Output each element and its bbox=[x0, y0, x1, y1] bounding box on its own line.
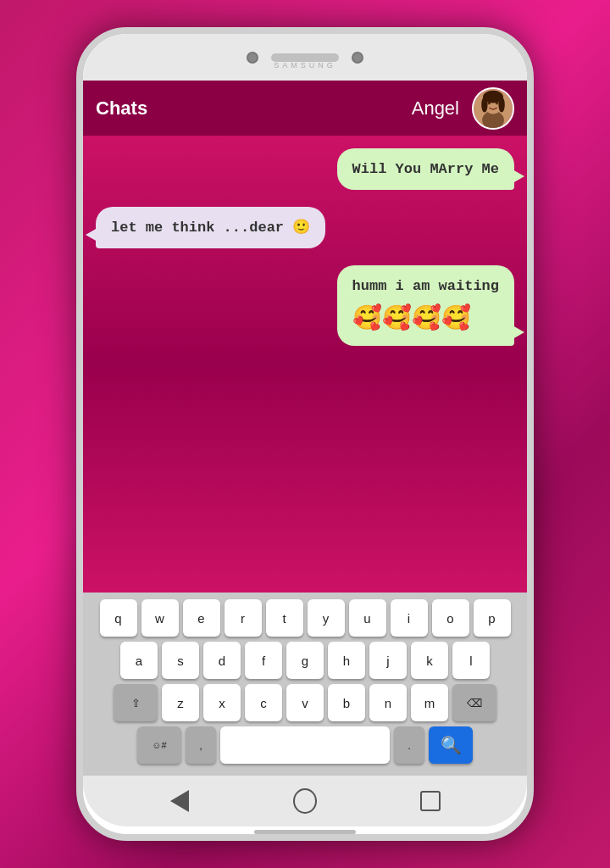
key-o[interactable]: o bbox=[432, 599, 469, 637]
key-space[interactable] bbox=[220, 726, 390, 764]
front-camera bbox=[247, 52, 258, 64]
key-m[interactable]: m bbox=[411, 684, 448, 721]
key-r[interactable]: r bbox=[225, 599, 262, 637]
key-u[interactable]: u bbox=[349, 599, 386, 637]
keyboard-row-2: a s d f g h j k l bbox=[87, 642, 523, 679]
key-z[interactable]: z bbox=[162, 684, 199, 721]
app-header: Chats Angel bbox=[83, 81, 527, 136]
message-text-2: let me think ...dear 🙂 bbox=[111, 220, 310, 236]
key-s[interactable]: s bbox=[162, 642, 199, 679]
avatar[interactable] bbox=[472, 87, 514, 130]
key-b[interactable]: b bbox=[328, 684, 365, 721]
key-v[interactable]: v bbox=[286, 684, 324, 721]
key-l[interactable]: l bbox=[452, 642, 490, 679]
key-y[interactable]: y bbox=[308, 599, 345, 637]
key-h[interactable]: h bbox=[328, 642, 365, 679]
samsung-label: SAMSUNG bbox=[274, 58, 336, 71]
key-period[interactable]: . bbox=[394, 726, 424, 764]
recent-apps-button[interactable] bbox=[419, 789, 442, 813]
message-bubble-sent-2: humm i am waiting 🥰🥰🥰🥰 bbox=[337, 265, 514, 345]
home-indicator bbox=[254, 830, 356, 834]
sensor bbox=[352, 52, 363, 64]
key-k[interactable]: k bbox=[411, 642, 448, 679]
key-n[interactable]: n bbox=[369, 684, 407, 721]
message-bubble-received-1: let me think ...dear 🙂 bbox=[96, 207, 325, 248]
key-f[interactable]: f bbox=[245, 642, 282, 679]
phone-top-bar: SAMSUNG bbox=[83, 34, 527, 81]
key-shift[interactable]: ⇧ bbox=[114, 684, 158, 721]
key-a[interactable]: a bbox=[120, 642, 158, 679]
back-button[interactable] bbox=[168, 789, 191, 813]
avatar-image bbox=[474, 87, 513, 130]
key-i[interactable]: i bbox=[391, 599, 428, 637]
key-search[interactable]: 🔍 bbox=[429, 726, 473, 764]
contact-name: Angel bbox=[412, 97, 459, 120]
home-button[interactable] bbox=[293, 789, 317, 813]
svg-point-8 bbox=[498, 97, 504, 112]
key-j[interactable]: j bbox=[369, 642, 407, 679]
chat-area: Will You MArry Me let me think ...dear 🙂… bbox=[83, 136, 527, 593]
key-q[interactable]: q bbox=[100, 599, 137, 637]
message-text-1: Will You MArry Me bbox=[352, 161, 499, 177]
message-text-3: humm i am waiting bbox=[352, 278, 499, 294]
chats-label: Chats bbox=[96, 97, 147, 120]
key-w[interactable]: w bbox=[141, 599, 179, 637]
message-bubble-sent-1: Will You MArry Me bbox=[337, 148, 514, 190]
key-backspace[interactable]: ⌫ bbox=[452, 684, 496, 721]
key-symbols[interactable]: ☺# bbox=[137, 726, 181, 764]
key-t[interactable]: t bbox=[266, 599, 303, 637]
keyboard-row-3: ⇧ z x c v b n m ⌫ bbox=[87, 684, 523, 721]
svg-point-7 bbox=[481, 97, 487, 112]
key-g[interactable]: g bbox=[286, 642, 324, 679]
key-p[interactable]: p bbox=[474, 599, 511, 637]
keyboard: q w e r t y u i o p a s d f g h j k l ⇧ … bbox=[83, 593, 527, 776]
phone-bottom-bar bbox=[83, 776, 527, 826]
key-x[interactable]: x bbox=[203, 684, 241, 721]
key-e[interactable]: e bbox=[183, 599, 220, 637]
key-c[interactable]: c bbox=[245, 684, 282, 721]
key-d[interactable]: d bbox=[203, 642, 241, 679]
keyboard-row-1: q w e r t y u i o p bbox=[87, 599, 523, 637]
key-comma[interactable]: , bbox=[186, 726, 216, 764]
message-emoji-3: 🥰🥰🥰🥰 bbox=[352, 303, 499, 336]
keyboard-row-4: ☺# , . 🔍 bbox=[87, 726, 523, 764]
phone-frame: SAMSUNG Chats Angel Will You MAr bbox=[76, 27, 534, 841]
